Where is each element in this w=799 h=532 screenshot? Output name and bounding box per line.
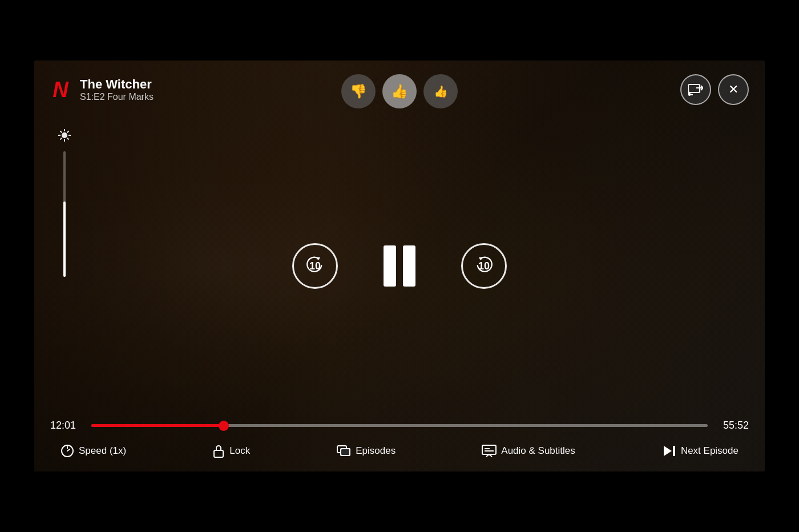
speed-icon xyxy=(60,444,74,458)
show-episode: S1:E2 Four Marks xyxy=(80,92,154,102)
speed-button[interactable]: Speed (1x) xyxy=(56,442,131,460)
svg-marker-24 xyxy=(664,446,672,456)
double-thumbs-up-icon: 👍 xyxy=(434,84,448,98)
svg-line-8 xyxy=(60,131,62,133)
cast-icon xyxy=(688,83,703,96)
bottom-controls: Speed (1x) Lock Episodes xyxy=(50,442,749,460)
svg-line-9 xyxy=(67,138,69,140)
show-info: The Witcher S1:E2 Four Marks xyxy=(80,77,154,102)
rewind-button[interactable]: 10 xyxy=(292,243,338,289)
next-episode-button[interactable]: Next Episode xyxy=(657,442,743,460)
forward-label: 10 xyxy=(478,261,490,271)
audio-subtitles-button[interactable]: Audio & Subtitles xyxy=(477,442,579,460)
episodes-label: Episodes xyxy=(356,445,396,457)
svg-point-3 xyxy=(62,132,67,138)
player-container: N The Witcher S1:E2 Four Marks 👎 👍 👍 xyxy=(34,61,765,471)
thumbs-down-icon: 👎 xyxy=(350,83,367,99)
current-time: 12:01 xyxy=(50,420,82,432)
double-thumbs-up-button[interactable]: 👍 xyxy=(423,74,458,108)
thumbs-up-button[interactable]: 👍 xyxy=(382,74,417,108)
progress-fill xyxy=(91,424,224,427)
svg-line-10 xyxy=(67,131,69,133)
svg-rect-21 xyxy=(482,445,496,454)
show-title: The Witcher xyxy=(80,77,154,92)
audio-subtitles-label: Audio & Subtitles xyxy=(501,445,575,457)
cast-button[interactable] xyxy=(680,74,711,105)
top-bar: N The Witcher S1:E2 Four Marks 👎 👍 👍 xyxy=(34,61,765,105)
speed-label: Speed (1x) xyxy=(79,445,126,457)
lock-label: Lock xyxy=(229,445,250,457)
pause-bar-right xyxy=(403,245,415,287)
svg-rect-19 xyxy=(341,449,350,456)
svg-rect-25 xyxy=(673,446,675,456)
lock-icon xyxy=(212,444,225,458)
top-right-controls: ✕ xyxy=(680,74,749,105)
netflix-n-icon: N xyxy=(53,79,68,100)
thumbs-up-icon: 👍 xyxy=(391,83,408,99)
top-left: N The Witcher S1:E2 Four Marks xyxy=(50,77,154,102)
svg-point-1 xyxy=(688,94,691,96)
netflix-logo: N xyxy=(50,79,71,100)
controls-overlay: N The Witcher S1:E2 Four Marks 👎 👍 👍 xyxy=(34,61,765,471)
bottom-area: 12:01 55:52 Speed (1x) xyxy=(34,420,765,471)
next-episode-label: Next Episode xyxy=(681,445,739,457)
audio-subtitles-icon xyxy=(482,445,497,457)
rewind-label: 10 xyxy=(309,261,321,271)
timeline-row: 12:01 55:52 xyxy=(50,420,749,432)
progress-thumb[interactable] xyxy=(219,421,229,431)
progress-track[interactable] xyxy=(91,424,708,427)
brightness-icon xyxy=(58,129,71,144)
center-controls: 10 10 xyxy=(292,243,507,289)
next-episode-icon xyxy=(661,445,676,457)
svg-rect-17 xyxy=(214,450,223,457)
rating-buttons: 👎 👍 👍 xyxy=(341,74,458,108)
pause-button[interactable] xyxy=(384,245,415,287)
pause-bar-left xyxy=(384,245,396,287)
brightness-track[interactable] xyxy=(63,151,66,277)
forward-button[interactable]: 10 xyxy=(461,243,507,289)
close-button[interactable]: ✕ xyxy=(718,74,749,105)
svg-line-11 xyxy=(60,138,62,140)
svg-line-16 xyxy=(67,449,70,451)
close-icon: ✕ xyxy=(728,82,739,97)
lock-button[interactable]: Lock xyxy=(208,442,255,460)
thumbs-down-button[interactable]: 👎 xyxy=(341,74,376,108)
episodes-button[interactable]: Episodes xyxy=(332,442,400,460)
brightness-slider[interactable] xyxy=(58,129,71,279)
end-time: 55:52 xyxy=(717,420,749,432)
brightness-fill xyxy=(63,201,66,277)
episodes-icon xyxy=(336,445,351,457)
